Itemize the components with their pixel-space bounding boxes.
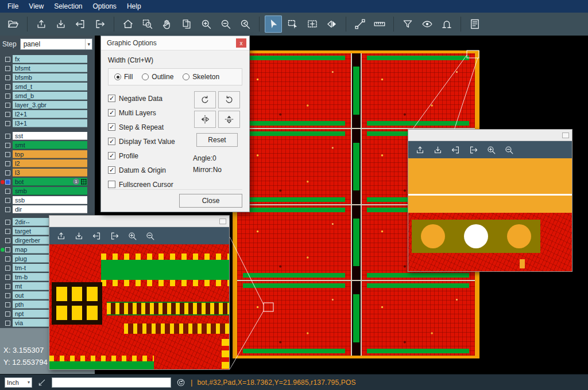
zoom-out-button[interactable]	[143, 229, 157, 243]
checkbox-checked-icon[interactable]: ✓	[108, 123, 115, 131]
layer-row-l3[interactable]: l3	[0, 168, 95, 177]
roll-right-button[interactable]	[466, 143, 480, 157]
roll-right-button[interactable]	[91, 15, 109, 33]
report-list-button[interactable]	[466, 15, 483, 33]
mirror-v-button[interactable]	[218, 111, 240, 128]
zoom-previous-button[interactable]	[237, 15, 254, 33]
measure-line-button[interactable]	[351, 15, 369, 33]
checkbox-checked-icon[interactable]: ✓	[108, 138, 115, 145]
menu-item-selection[interactable]: Selection	[49, 0, 87, 13]
layer-row-fx[interactable]: fx	[0, 54, 95, 64]
filter-funnel-button[interactable]	[399, 15, 416, 33]
layer-checkbox-smd_b[interactable]	[5, 93, 10, 99]
layer-row-smd_t[interactable]: smd_t	[0, 82, 95, 91]
zoom-in-button[interactable]	[125, 229, 139, 243]
pan-hand-button[interactable]	[158, 15, 176, 33]
checkbox-checked-icon[interactable]: ✓	[108, 95, 115, 102]
magnifier-window-bottom-left[interactable]	[49, 215, 230, 370]
layer-checkbox-ssb[interactable]	[5, 198, 10, 203]
roll-left-button[interactable]	[72, 15, 89, 33]
close-button[interactable]: Close	[179, 194, 242, 208]
menu-item-view[interactable]: View	[24, 0, 49, 13]
layer-checkbox-smb[interactable]	[5, 189, 10, 194]
import-down-button[interactable]	[72, 229, 86, 243]
layer-checkbox-bfsmb[interactable]	[5, 75, 10, 80]
command-input[interactable]	[52, 377, 171, 388]
layer-row-bfsmt[interactable]: bfsmt	[0, 64, 95, 73]
magnified-pcb-view[interactable]	[408, 158, 572, 271]
refresh-icon[interactable]	[176, 377, 186, 388]
import-down-button[interactable]	[431, 143, 444, 157]
layer-checkbox-layer_3.gbr[interactable]	[5, 103, 10, 108]
layer-bar-smd_t[interactable]: smd_t	[13, 83, 87, 91]
select-reference-button[interactable]	[304, 15, 321, 33]
graphic-options-dialog[interactable]: Graphic Options x Width (Ctrl+W) FillOut…	[100, 36, 250, 212]
import-up-button[interactable]	[413, 143, 427, 157]
home-button[interactable]	[119, 15, 137, 33]
layer-checkbox-smt[interactable]	[5, 143, 10, 148]
layer-bar-smt[interactable]: smt	[13, 141, 87, 149]
checkbox-row[interactable]: ✓Step & Repeat	[108, 120, 192, 134]
ruler-button[interactable]	[371, 15, 388, 33]
layer-checkbox-mt[interactable]	[5, 284, 10, 289]
layer-bar-l2+1[interactable]: l2+1	[13, 110, 87, 118]
mirror-shapes-button[interactable]	[323, 15, 341, 33]
layer-bar-dir[interactable]: dir	[13, 205, 87, 213]
select-pointer-button[interactable]	[265, 15, 282, 33]
window-button-icon[interactable]	[219, 219, 226, 224]
magnifier-titlebar[interactable]	[49, 216, 229, 227]
magnifier-titlebar[interactable]	[408, 130, 572, 141]
layer-row-l3+1[interactable]: l3+1	[0, 119, 95, 128]
checkbox-checked-icon[interactable]: ✓	[108, 109, 115, 116]
menu-item-options[interactable]: Options	[88, 0, 122, 13]
visibility-eye-button[interactable]	[419, 15, 436, 33]
layer-checkbox-plug[interactable]	[5, 256, 10, 262]
magnifier-window-right[interactable]	[408, 129, 572, 272]
layer-row-bfsmb[interactable]: bfsmb	[0, 73, 95, 82]
step-selector[interactable]: panel ▾	[20, 38, 92, 50]
import-down-button[interactable]	[52, 15, 69, 33]
layer-checkbox-fx[interactable]	[5, 57, 10, 62]
rotate-cw-button[interactable]	[194, 91, 216, 108]
rotate-ccw-button[interactable]	[218, 91, 240, 108]
layer-checkbox-l2[interactable]	[5, 161, 10, 166]
flip-page-button[interactable]	[178, 15, 195, 33]
zoom-in-button[interactable]	[198, 15, 215, 33]
layer-row-top[interactable]: top	[0, 150, 95, 159]
layer-row-bot[interactable]: bot1	[0, 177, 95, 186]
layer-checkbox-tm-t[interactable]	[5, 266, 10, 271]
checkbox-row[interactable]: ✓Display Text Value	[108, 134, 192, 149]
import-up-button[interactable]	[33, 15, 50, 33]
layer-row-smb[interactable]: smb	[0, 186, 95, 196]
layer-checkbox-npt[interactable]	[5, 311, 10, 317]
zoom-in-button[interactable]	[484, 143, 498, 157]
window-button-icon[interactable]	[562, 132, 569, 138]
roll-left-button[interactable]	[448, 143, 462, 157]
layer-row-l2[interactable]: l2	[0, 159, 95, 168]
layer-bar-l3+1[interactable]: l3+1	[13, 119, 87, 127]
checkbox-row[interactable]: ✓Datum & Origin	[108, 163, 192, 177]
layer-bar-sst[interactable]: sst	[13, 132, 87, 140]
layer-bar-layer_3.gbr[interactable]: layer_3.gbr	[13, 101, 87, 109]
layer-checkbox-smd_t[interactable]	[5, 84, 10, 89]
layer-bar-bfsmt[interactable]: bfsmt	[13, 64, 87, 72]
checkbox-checked-icon[interactable]: ✓	[108, 166, 115, 174]
checkbox-row[interactable]: ✓Multi Layers	[108, 106, 192, 120]
radio-outline[interactable]: Outline	[142, 73, 173, 81]
net-probe-button[interactable]	[438, 15, 455, 33]
layer-checkbox-via[interactable]	[5, 321, 10, 326]
close-icon[interactable]: x	[236, 38, 246, 48]
layer-bar-smb[interactable]: smb	[13, 187, 87, 195]
radio-fill[interactable]: Fill	[114, 73, 133, 81]
layer-row-smt[interactable]: smt	[0, 141, 95, 150]
layer-checkbox-l3+1[interactable]	[5, 121, 10, 126]
import-up-button[interactable]	[54, 229, 68, 243]
zoom-out-button[interactable]	[502, 143, 516, 157]
select-frame-button[interactable]	[284, 15, 301, 33]
magnified-pcb-view[interactable]	[49, 244, 229, 369]
layer-checkbox-dir[interactable]	[5, 207, 10, 212]
menu-item-file[interactable]: File	[2, 0, 24, 13]
layer-bar-l3[interactable]: l3	[13, 169, 87, 177]
checkbox-checked-icon[interactable]: ✓	[108, 152, 115, 159]
layer-bar-bfsmb[interactable]: bfsmb	[13, 73, 87, 81]
